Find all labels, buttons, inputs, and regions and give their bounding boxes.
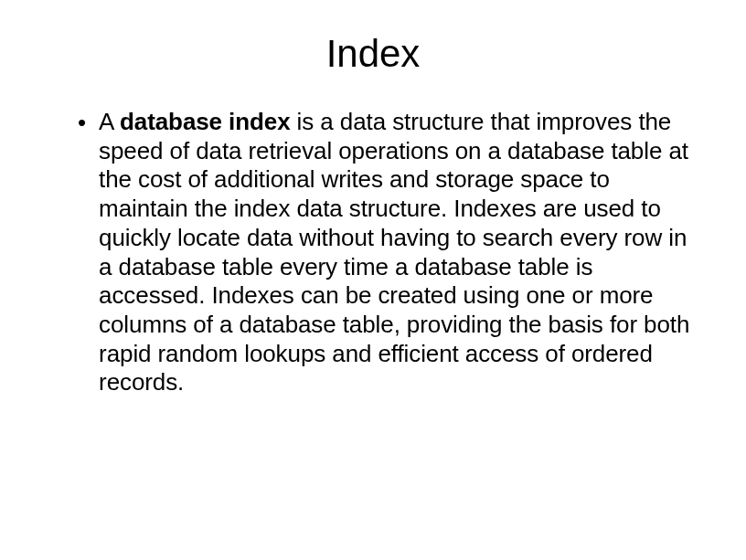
text-prefix: A xyxy=(99,108,120,135)
bullet-item: • A database index is a data structure t… xyxy=(78,108,696,397)
text-rest: is a data structure that improves the sp… xyxy=(99,108,689,396)
bullet-text: A database index is a data structure tha… xyxy=(99,108,696,397)
slide-content: • A database index is a data structure t… xyxy=(50,108,696,397)
bullet-marker: • xyxy=(78,108,86,138)
bold-term: database index xyxy=(120,108,290,135)
slide-title: Index xyxy=(50,32,696,76)
